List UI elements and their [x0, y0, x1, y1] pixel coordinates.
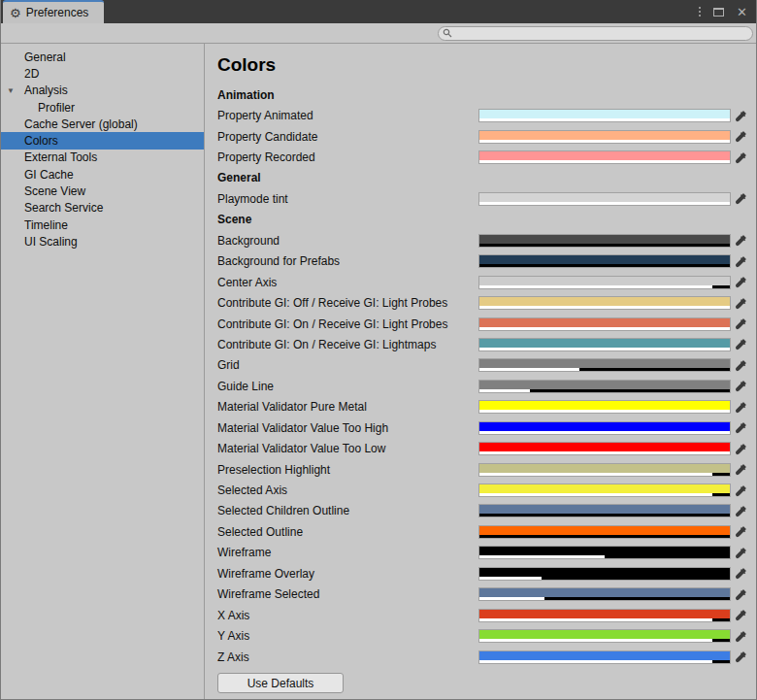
color-swatch[interactable]: [478, 629, 731, 643]
swatch-color: [479, 610, 730, 618]
eyedropper-icon[interactable]: [734, 483, 748, 498]
sidebar-item-2d[interactable]: 2D: [1, 65, 204, 82]
color-swatch[interactable]: [478, 109, 731, 122]
color-label: Property Candidate: [217, 130, 317, 144]
swatch-alpha-bar: [479, 555, 730, 558]
eyedropper-icon[interactable]: [734, 233, 748, 248]
color-label: Property Recorded: [217, 150, 315, 164]
color-swatch[interactable]: [478, 254, 731, 268]
color-row: Preselection Highlight: [217, 459, 748, 480]
swatch-alpha-bar: [479, 577, 730, 580]
eyedropper-icon[interactable]: [734, 275, 748, 289]
color-swatch[interactable]: [478, 130, 731, 144]
sidebar-item-cache-server-global-[interactable]: Cache Server (global): [1, 116, 204, 132]
color-swatch[interactable]: [478, 442, 731, 455]
eyedropper-icon[interactable]: [734, 337, 748, 351]
sidebar-item-analysis[interactable]: ▼Analysis: [1, 83, 204, 99]
eyedropper-icon[interactable]: [734, 442, 748, 456]
sidebar-item-timeline[interactable]: Timeline: [1, 217, 204, 233]
swatch-color: [479, 297, 730, 306]
color-swatch[interactable]: [478, 276, 731, 289]
color-list: AnimationProperty Animated Property Cand…: [217, 84, 748, 667]
color-swatch[interactable]: [478, 338, 731, 351]
eyedropper-icon[interactable]: [734, 150, 748, 165]
color-swatch[interactable]: [478, 483, 731, 497]
color-swatch[interactable]: [478, 609, 731, 622]
search-input[interactable]: [452, 27, 748, 39]
swatch-color: [479, 464, 730, 473]
color-row: Background for Prefabs: [217, 251, 748, 272]
tab-preferences[interactable]: ⚙ Preferences: [3, 0, 104, 23]
swatch-color: [479, 255, 730, 264]
gear-icon: ⚙: [10, 7, 21, 19]
sidebar-item-search-service[interactable]: Search Service: [1, 200, 204, 217]
eyedropper-icon[interactable]: [734, 254, 748, 269]
color-swatch[interactable]: [478, 650, 731, 664]
eyedropper-icon[interactable]: [734, 191, 748, 206]
eyedropper-icon[interactable]: [734, 546, 748, 560]
color-swatch[interactable]: [478, 504, 731, 517]
sidebar: General2D▼AnalysisProfilerCache Server (…: [1, 44, 205, 699]
foldout-triangle-icon[interactable]: ▼: [7, 86, 15, 95]
close-icon[interactable]: ✕: [737, 6, 747, 18]
sidebar-item-gi-cache[interactable]: GI Cache: [1, 166, 204, 183]
color-swatch[interactable]: [478, 380, 731, 393]
sidebar-item-external-tools[interactable]: External Tools: [1, 150, 204, 166]
color-swatch[interactable]: [478, 358, 731, 372]
color-swatch[interactable]: [478, 463, 731, 477]
sidebar-item-general[interactable]: General: [1, 49, 204, 65]
eyedropper-icon[interactable]: [734, 629, 748, 644]
color-label: Contribute GI: Off / Receive GI: Light P…: [217, 296, 447, 310]
eyedropper-icon[interactable]: [734, 587, 748, 602]
color-swatch[interactable]: [478, 525, 731, 539]
color-row: Property Animated: [217, 105, 748, 125]
color-row: Grid: [217, 355, 748, 376]
color-swatch[interactable]: [478, 150, 731, 164]
color-row: Material Validator Value Too High: [217, 417, 748, 438]
swatch-alpha-bar: [479, 327, 730, 330]
preferences-window: ⚙ Preferences ✕ General2D▼AnalysisProfil…: [0, 0, 757, 700]
eyedropper-icon[interactable]: [734, 296, 748, 311]
sidebar-item-label: GI Cache: [24, 168, 74, 182]
page-title: Colors: [217, 54, 748, 76]
sidebar-item-scene-view[interactable]: Scene View: [1, 183, 204, 199]
swatch-color: [479, 381, 730, 389]
sidebar-item-profiler[interactable]: Profiler: [1, 99, 204, 116]
tab-label: Preferences: [26, 6, 89, 19]
section-row: Scene: [217, 210, 748, 230]
color-swatch[interactable]: [478, 587, 731, 601]
section-header: Animation: [217, 88, 275, 102]
color-row: Guide Line: [217, 376, 748, 396]
kebab-menu-icon[interactable]: [699, 7, 701, 17]
eyedropper-icon[interactable]: [734, 420, 748, 435]
eyedropper-icon[interactable]: [734, 524, 748, 539]
eyedropper-icon[interactable]: [734, 358, 748, 373]
eyedropper-icon[interactable]: [734, 317, 748, 331]
color-swatch[interactable]: [478, 546, 731, 559]
eyedropper-icon[interactable]: [734, 400, 748, 415]
color-swatch[interactable]: [478, 567, 731, 581]
color-swatch[interactable]: [478, 296, 731, 310]
sidebar-item-colors[interactable]: Colors: [1, 132, 204, 149]
color-swatch[interactable]: [478, 400, 731, 414]
eyedropper-icon[interactable]: [734, 379, 748, 393]
eyedropper-icon[interactable]: [734, 462, 748, 477]
eyedropper-icon[interactable]: [734, 504, 748, 518]
eyedropper-icon[interactable]: [734, 566, 748, 581]
eyedropper-icon[interactable]: [734, 109, 748, 123]
use-defaults-button[interactable]: Use Defaults: [217, 673, 344, 693]
eyedropper-icon[interactable]: [734, 129, 748, 144]
swatch-color: [479, 443, 730, 451]
swatch-alpha-bar: [479, 140, 730, 143]
color-swatch[interactable]: [478, 234, 731, 248]
sidebar-item-ui-scaling[interactable]: UI Scaling: [1, 233, 204, 250]
search-box[interactable]: [438, 26, 753, 41]
color-swatch[interactable]: [478, 421, 731, 435]
color-swatch[interactable]: [478, 317, 731, 331]
eyedropper-icon[interactable]: [734, 650, 748, 664]
swatch-alpha-bar: [479, 118, 730, 121]
eyedropper-icon[interactable]: [734, 608, 748, 622]
sidebar-item-label: Colors: [24, 134, 58, 148]
color-swatch[interactable]: [478, 192, 731, 206]
maximize-icon[interactable]: [713, 8, 724, 17]
